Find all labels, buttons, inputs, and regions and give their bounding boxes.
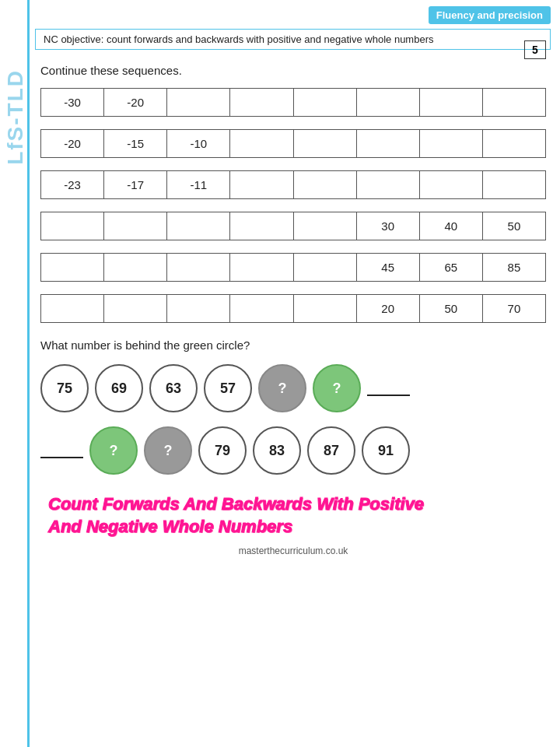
seq-cell[interactable]: -15 bbox=[104, 130, 167, 158]
sequence-row-3: -23-17-11 bbox=[40, 170, 546, 199]
instruction-text: Continue these sequences. bbox=[40, 64, 546, 77]
seq-cell[interactable] bbox=[167, 254, 230, 282]
circles-row-2: ??79838791 bbox=[40, 426, 546, 475]
circle-normal: 69 bbox=[95, 364, 143, 412]
circle-normal: 87 bbox=[307, 426, 355, 475]
seq-cell[interactable] bbox=[356, 130, 419, 158]
circle-normal: 79 bbox=[198, 426, 247, 475]
answer-line bbox=[40, 443, 83, 458]
seq-cell[interactable] bbox=[230, 130, 293, 158]
circles-row-1: 75696357?? bbox=[40, 364, 546, 412]
seq-cell[interactable] bbox=[293, 171, 356, 199]
circle-grey: ? bbox=[144, 426, 192, 475]
seq-cell[interactable]: -10 bbox=[167, 130, 230, 158]
bottom-title: Count Forwards And Backwards With Positi… bbox=[40, 493, 546, 538]
circle-green: ? bbox=[313, 364, 361, 412]
sequence-row-2: -20-15-10 bbox=[40, 129, 546, 158]
seq-cell[interactable] bbox=[419, 130, 482, 158]
circle-normal: 63 bbox=[149, 364, 198, 412]
circle-normal: 91 bbox=[362, 426, 410, 475]
watermark-text: LfS-TLD bbox=[3, 69, 28, 165]
seq-cell[interactable] bbox=[482, 130, 545, 158]
circle-green: ? bbox=[89, 426, 138, 475]
circle-grey: ? bbox=[258, 364, 306, 412]
seq-cell[interactable]: 50 bbox=[482, 212, 545, 240]
seq-cell[interactable] bbox=[293, 89, 356, 117]
seq-cell[interactable] bbox=[293, 212, 356, 240]
seq-cell[interactable]: 40 bbox=[419, 212, 482, 240]
seq-cell[interactable] bbox=[293, 254, 356, 282]
seq-cell[interactable]: -11 bbox=[167, 171, 230, 199]
seq-cell[interactable]: 70 bbox=[482, 295, 545, 323]
seq-cell[interactable]: -23 bbox=[41, 171, 104, 199]
seq-cell[interactable] bbox=[104, 295, 167, 323]
circle-normal: 75 bbox=[40, 364, 89, 412]
sequence-row-4: 304050 bbox=[40, 212, 546, 240]
seq-cell[interactable] bbox=[41, 254, 104, 282]
seq-cell[interactable] bbox=[167, 212, 230, 240]
seq-cell[interactable] bbox=[419, 171, 482, 199]
website-text: masterthecurriculum.co.uk bbox=[40, 545, 546, 556]
seq-cell[interactable]: 20 bbox=[356, 295, 419, 323]
circles-question: What number is behind the green circle? bbox=[40, 338, 546, 352]
main-content: Continue these sequences. -30-20-20-15-1… bbox=[40, 64, 546, 556]
seq-cell[interactable]: 65 bbox=[419, 254, 482, 282]
page-number: 5 bbox=[524, 40, 546, 59]
seq-cell[interactable] bbox=[167, 89, 230, 117]
seq-cell[interactable] bbox=[482, 89, 545, 117]
watermark: LfS-TLD bbox=[0, 0, 31, 233]
seq-cell[interactable]: -17 bbox=[104, 171, 167, 199]
seq-cell[interactable] bbox=[41, 212, 104, 240]
seq-cell[interactable] bbox=[482, 171, 545, 199]
seq-cell[interactable]: -20 bbox=[41, 130, 104, 158]
seq-cell[interactable] bbox=[419, 89, 482, 117]
seq-cell[interactable] bbox=[230, 254, 293, 282]
bottom-title-line: And Negative Whole Numbers bbox=[48, 516, 538, 538]
sequence-row-1: -30-20 bbox=[40, 88, 546, 117]
fluency-badge: Fluency and precision bbox=[429, 6, 551, 24]
seq-cell[interactable]: -30 bbox=[41, 89, 104, 117]
sequence-row-5: 456585 bbox=[40, 253, 546, 282]
bottom-title-line: Count Forwards And Backwards With Positi… bbox=[48, 493, 538, 516]
seq-cell[interactable] bbox=[230, 212, 293, 240]
seq-cell[interactable] bbox=[41, 295, 104, 323]
circle-normal: 83 bbox=[253, 426, 301, 475]
seq-cell[interactable] bbox=[230, 171, 293, 199]
seq-cell[interactable] bbox=[167, 295, 230, 323]
seq-cell[interactable] bbox=[230, 295, 293, 323]
seq-cell[interactable] bbox=[293, 130, 356, 158]
sequence-row-6: 205070 bbox=[40, 294, 546, 323]
nc-objective: NC objective: count forwards and backwar… bbox=[35, 29, 551, 50]
seq-cell[interactable]: 45 bbox=[356, 254, 419, 282]
seq-cell[interactable] bbox=[293, 295, 356, 323]
seq-cell[interactable] bbox=[356, 89, 419, 117]
circle-normal: 57 bbox=[204, 364, 252, 412]
seq-cell[interactable] bbox=[356, 171, 419, 199]
seq-cell[interactable] bbox=[104, 212, 167, 240]
seq-cell[interactable] bbox=[230, 89, 293, 117]
circles-section: What number is behind the green circle? … bbox=[40, 338, 546, 475]
header: Fluency and precision bbox=[0, 0, 560, 24]
seq-cell[interactable]: 30 bbox=[356, 212, 419, 240]
seq-cell[interactable] bbox=[104, 254, 167, 282]
seq-cell[interactable]: 50 bbox=[419, 295, 482, 323]
sequences-container: -30-20-20-15-10-23-17-113040504565852050… bbox=[40, 88, 546, 323]
seq-cell[interactable]: -20 bbox=[104, 89, 167, 117]
answer-line bbox=[367, 381, 410, 396]
seq-cell[interactable]: 85 bbox=[482, 254, 545, 282]
